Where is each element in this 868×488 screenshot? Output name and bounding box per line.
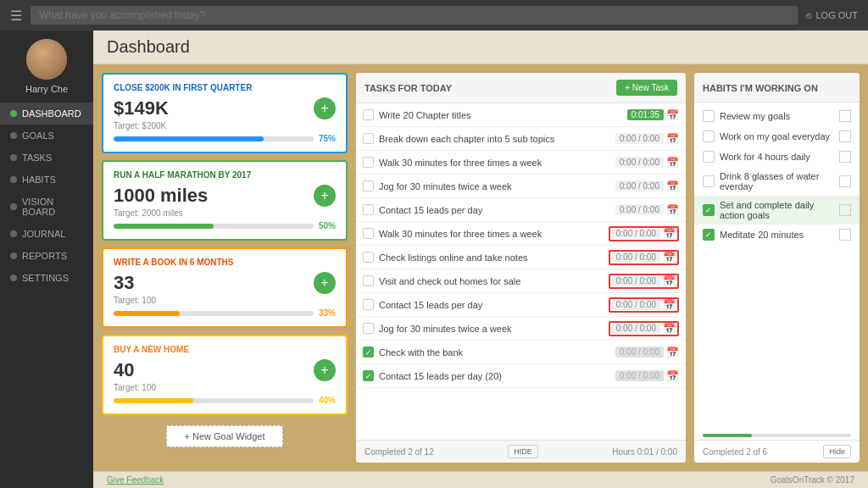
task-checkbox[interactable] <box>363 228 374 239</box>
task-row: Jog for 30 minutes twice a week0:00 / 0:… <box>356 175 686 198</box>
goal-widget-close200k: CLOSE $200K IN FIRST QUARTER $149K + Tar… <box>102 73 348 153</box>
sidebar-item-settings[interactable]: SETTINGS <box>0 267 93 289</box>
task-row: Contact 15 leads per day (20)0:00 / 0:00… <box>356 364 686 388</box>
hamburger-icon[interactable]: ☰ <box>10 8 22 24</box>
task-checkbox[interactable] <box>363 109 374 120</box>
tasks-hours: Hours 0:01 / 0:00 <box>612 447 677 457</box>
sidebar-item-vision-board[interactable]: VISION BOARD <box>0 191 93 223</box>
sidebar-dot <box>10 203 17 210</box>
habit-checkbox[interactable] <box>703 229 715 241</box>
task-time: 0:00 / 0:00 <box>612 299 660 310</box>
goal-progress-fill <box>114 224 214 229</box>
task-label: Contact 15 leads per day <box>379 300 604 310</box>
habits-hide-button[interactable]: Hide <box>823 445 851 458</box>
calendar-icon[interactable]: 📅 <box>666 347 679 358</box>
new-goal-button[interactable]: + New Goal Widget <box>166 425 282 447</box>
habit-checkbox[interactable] <box>703 130 715 142</box>
habit-square <box>839 110 851 122</box>
content-body: CLOSE $200K IN FIRST QUARTER $149K + Tar… <box>93 64 868 471</box>
habits-column: HABITS I'M WORKING ON Review my goalsWor… <box>694 73 860 463</box>
task-checkbox[interactable] <box>363 180 374 191</box>
habit-square <box>839 204 851 216</box>
calendar-icon[interactable]: 📅 <box>666 204 679 216</box>
goal-plus-button[interactable]: + <box>314 359 336 381</box>
task-checkbox[interactable] <box>363 275 374 286</box>
calendar-icon[interactable]: 📅 <box>666 370 679 382</box>
task-label: Check listings online and take notes <box>379 252 604 263</box>
sidebar-item-tasks[interactable]: TASKS <box>0 147 93 169</box>
task-row: Check with the bank0:00 / 0:00📅 <box>356 341 686 364</box>
calendar-icon[interactable]: 📅 <box>666 157 679 169</box>
new-task-button[interactable]: + New Task <box>616 80 677 96</box>
feedback-link[interactable]: Give Feedback <box>107 475 164 485</box>
sidebar-item-reports[interactable]: REPORTS <box>0 245 93 267</box>
sidebar-item-dashboard[interactable]: DASHBOARD <box>0 103 93 125</box>
task-checkbox[interactable] <box>363 347 374 358</box>
tasks-hide-button[interactable]: HIDE <box>508 445 538 458</box>
task-label: Break down each chapter into 5 sub topic… <box>379 134 610 144</box>
goal-title: WRITE A BOOK IN 6 MONTHS <box>114 258 336 267</box>
sidebar-dot <box>10 132 17 139</box>
task-checkbox[interactable] <box>363 252 374 263</box>
calendar-icon[interactable]: 📅 <box>663 323 676 335</box>
task-checkbox[interactable] <box>363 157 374 168</box>
sidebar-item-journal[interactable]: JOURNAL <box>0 223 93 245</box>
habit-checkbox[interactable] <box>703 204 715 216</box>
logout-button[interactable]: ⎋ LOG OUT <box>806 10 858 20</box>
habit-square <box>839 130 851 142</box>
habit-label: Set and complete daily action goals <box>720 200 834 220</box>
sidebar-item-habits[interactable]: HABITS <box>0 169 93 191</box>
goal-plus-button[interactable]: + <box>314 185 336 207</box>
task-row: Check listings online and take notes0:00… <box>356 246 686 269</box>
habit-label: Work for 4 hours daily <box>720 152 834 162</box>
goal-pct: 50% <box>319 221 336 230</box>
task-row: Walk 30 minutes for three times a week0:… <box>356 151 686 175</box>
task-time: 0:00 / 0:00 <box>615 133 664 144</box>
bottom-bar: Give Feedback GoalsOnTrack © 2017 <box>93 471 868 488</box>
goal-progress-fill <box>114 136 264 141</box>
new-goal-btn-wrap: + New Goal Widget <box>102 425 348 447</box>
task-row: Walk 30 minutes for three times a week0:… <box>356 222 686 246</box>
copyright: GoalsOnTrack © 2017 <box>771 475 854 485</box>
calendar-icon[interactable]: 📅 <box>663 275 676 287</box>
calendar-icon[interactable]: 📅 <box>666 133 679 145</box>
calendar-icon[interactable]: 📅 <box>666 109 679 121</box>
calendar-icon[interactable]: 📅 <box>663 228 676 240</box>
task-row: Contact 15 leads per day0:00 / 0:00📅 <box>356 198 686 222</box>
task-checkbox[interactable] <box>363 299 374 310</box>
habit-checkbox[interactable] <box>703 110 715 122</box>
goal-plus-button[interactable]: + <box>314 272 336 294</box>
habit-label: Meditate 20 minutes <box>720 230 834 240</box>
tasks-header: TASKS FOR TODAY + New Task <box>356 73 686 103</box>
calendar-icon[interactable]: 📅 <box>663 299 676 311</box>
goal-progress-fill <box>114 311 180 316</box>
goal-pct: 40% <box>319 396 336 405</box>
habit-square <box>839 175 851 187</box>
goal-widget-marathon: RUN A HALF MARATHON BY 2017 1000 miles +… <box>102 160 348 241</box>
habit-checkbox[interactable] <box>703 175 715 187</box>
habit-row: Work for 4 hours daily <box>694 147 860 167</box>
habits-list: Review my goalsWork on my goal everydayW… <box>694 103 860 431</box>
habit-checkbox[interactable] <box>703 151 715 163</box>
page-title: Dashboard <box>107 37 854 57</box>
sidebar-item-goals[interactable]: GOALS <box>0 125 93 147</box>
task-checkbox[interactable] <box>363 370 374 381</box>
task-checkbox[interactable] <box>363 323 374 334</box>
habits-footer: Completed 2 of 6 Hide <box>694 440 860 463</box>
task-time: 0:00 / 0:00 <box>615 347 664 358</box>
task-label: Write 20 Chapter titles <box>379 110 622 120</box>
task-checkbox[interactable] <box>363 204 374 215</box>
goal-value: $149K <box>114 97 169 119</box>
goal-plus-button[interactable]: + <box>314 97 336 119</box>
calendar-icon[interactable]: 📅 <box>666 180 679 192</box>
task-row: Break down each chapter into 5 sub topic… <box>356 127 686 151</box>
username: Harry Che <box>25 84 68 94</box>
goal-widget-home: BUY A NEW HOME 40 + Target: 100 40% <box>102 335 348 415</box>
calendar-icon[interactable]: 📅 <box>663 252 676 263</box>
task-checkbox[interactable] <box>363 133 374 144</box>
goal-progress-bar <box>114 136 314 141</box>
goal-target: Target: 100 <box>114 296 336 305</box>
habits-header: HABITS I'M WORKING ON <box>694 73 860 103</box>
accomplishment-input[interactable] <box>31 6 798 25</box>
task-time: 0:00 / 0:00 <box>612 252 660 263</box>
